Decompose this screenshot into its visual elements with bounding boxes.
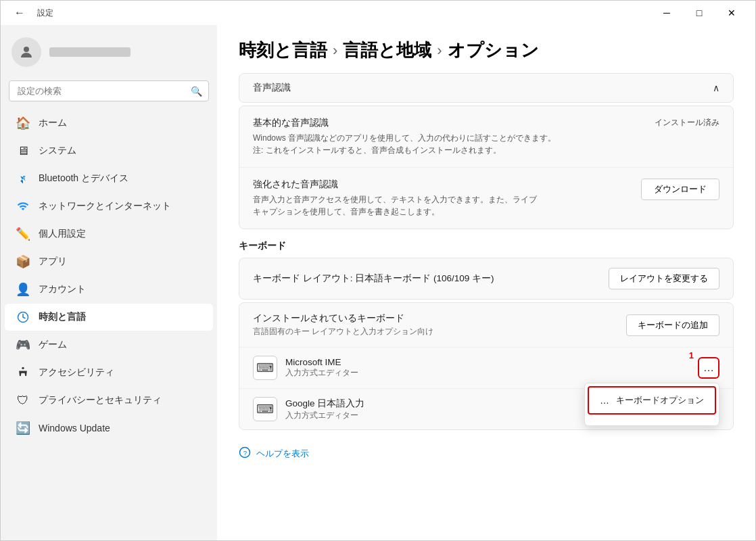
- keyboard-layout-left: キーボード レイアウト: 日本語キーボード (106/109 キー): [253, 273, 598, 285]
- sidebar-item-label: アプリ: [39, 256, 67, 268]
- sidebar-item-system[interactable]: 🖥 システム: [5, 137, 213, 164]
- title-bar: ← 設定 ─ □ ✕: [1, 1, 755, 25]
- sidebar-item-network[interactable]: ネットワークとインターネット: [5, 193, 213, 220]
- basic-speech-desc: Windows 音声認識などのアプリを使用して、入力の代わりに話すことができます…: [253, 132, 625, 156]
- ime-dropdown: … キーボードオプション 🗑 削除: [584, 383, 719, 426]
- speech-collapsed-header[interactable]: 音声認識 ∧: [239, 73, 734, 103]
- keyboard-option-label: キーボードオプション: [616, 394, 704, 406]
- sidebar-item-home[interactable]: 🏠 ホーム: [5, 110, 213, 137]
- installed-keyboards-header: インストールされているキーボード 言語固有のキー レイアウトと入力オプション向け…: [239, 303, 733, 348]
- sidebar-item-label: アクセシビリティ: [39, 367, 114, 379]
- sidebar-item-update[interactable]: 🔄 Windows Update: [5, 415, 213, 442]
- sidebar-item-label: ゲーム: [39, 339, 67, 351]
- bluetooth-icon: [16, 171, 30, 186]
- ime-type-microsoft: 入力方式エディター: [285, 367, 358, 379]
- installed-keyboards-left: インストールされているキーボード 言語固有のキー レイアウトと入力オプション向け: [253, 312, 615, 337]
- window-controls: ─ □ ✕: [651, 3, 747, 23]
- apps-icon: 📦: [16, 254, 30, 269]
- personal-icon: ✏️: [16, 227, 30, 241]
- breadcrumb-1: 時刻と言語: [239, 39, 327, 62]
- ime-item-text: Microsoft IME 入力方式エディター: [285, 357, 358, 379]
- main-content: 時刻と言語 › 言語と地域 › オプション 音声認識 ∧ 基本的な音声認識: [217, 25, 755, 540]
- sidebar: 🔍 🏠 ホーム 🖥 システム Bluetooth とデバイス ネット: [1, 25, 217, 540]
- back-button[interactable]: ←: [9, 2, 30, 24]
- keyboard-layout-card: キーボード レイアウト: 日本語キーボード (106/109 キー) レイアウト…: [239, 258, 734, 300]
- page-header: 時刻と言語 › 言語と地域 › オプション: [217, 25, 755, 73]
- basic-speech-title: 基本的な音声認識: [253, 117, 641, 129]
- svg-point-0: [24, 47, 29, 52]
- minimize-button[interactable]: ─: [651, 3, 682, 23]
- download-button[interactable]: ダウンロード: [641, 179, 719, 200]
- sidebar-item-personal[interactable]: ✏️ 個人用設定: [5, 220, 213, 248]
- avatar: [11, 37, 41, 67]
- sidebar-item-apps[interactable]: 📦 アプリ: [5, 248, 213, 275]
- delete-item[interactable]: 🗑 削除: [585, 417, 719, 426]
- breadcrumb-sep-1: ›: [333, 42, 337, 60]
- search-box: 🔍: [9, 80, 209, 101]
- sidebar-item-privacy[interactable]: 🛡 プライバシーとセキュリティ: [5, 387, 213, 414]
- breadcrumb-2: 言語と地域: [343, 39, 431, 62]
- basic-speech-item: 基本的な音声認識 Windows 音声認識などのアプリを使用して、入力の代わりに…: [239, 106, 733, 168]
- sidebar-item-accessibility[interactable]: アクセシビリティ: [5, 359, 213, 386]
- delete-icon: 🗑: [596, 425, 605, 427]
- ime-google-text: Google 日本語入力 入力方式エディター: [285, 398, 364, 421]
- installed-keyboards-title: インストールされているキーボード: [253, 312, 615, 325]
- enhanced-speech-action: ダウンロード: [641, 179, 719, 200]
- keyboard-layout-row: キーボード レイアウト: 日本語キーボード (106/109 キー) レイアウト…: [239, 258, 733, 299]
- change-layout-button[interactable]: レイアウトを変更する: [609, 268, 719, 289]
- keyboard-layout-action: レイアウトを変更する: [609, 268, 719, 289]
- red-label-1: 1: [689, 350, 694, 360]
- sidebar-item-label: 時刻と言語: [39, 311, 86, 323]
- sidebar-item-label: ホーム: [39, 117, 67, 129]
- ime-item-left: ⌨ Microsoft IME 入力方式エディター: [253, 356, 358, 380]
- network-icon: [16, 199, 30, 214]
- content-area: 🔍 🏠 ホーム 🖥 システム Bluetooth とデバイス ネット: [1, 25, 755, 540]
- installed-keyboards-action: キーボードの追加: [626, 314, 719, 336]
- title-bar-left: ← 設定: [9, 2, 53, 24]
- keyboard-option-item[interactable]: … キーボードオプション: [588, 386, 716, 415]
- sidebar-item-bluetooth[interactable]: Bluetooth とデバイス: [5, 165, 213, 192]
- speech-card: 基本的な音声認識 Windows 音声認識などのアプリを使用して、入力の代わりに…: [239, 105, 734, 229]
- search-input[interactable]: [9, 80, 209, 101]
- breadcrumb-current: オプション: [448, 39, 539, 62]
- ime-more-button-microsoft[interactable]: …: [698, 357, 719, 379]
- gaming-icon: 🎮: [16, 337, 30, 352]
- update-icon: 🔄: [16, 421, 30, 436]
- ime-type-google: 入力方式エディター: [285, 410, 364, 421]
- close-button[interactable]: ✕: [716, 3, 747, 23]
- svg-text:?: ?: [243, 449, 247, 456]
- delete-label: 削除: [611, 424, 629, 426]
- sidebar-item-label: ネットワークとインターネット: [39, 200, 171, 212]
- keyboard-layout-title: キーボード レイアウト: 日本語キーボード (106/109 キー): [253, 273, 598, 285]
- basic-speech-action: インストール済み: [655, 117, 719, 128]
- ime-name-google: Google 日本語入力: [285, 398, 364, 410]
- breadcrumb-sep-2: ›: [437, 42, 442, 60]
- user-name: [49, 47, 131, 57]
- keyboard-option-icon: …: [600, 395, 609, 406]
- sidebar-item-gaming[interactable]: 🎮 ゲーム: [5, 331, 213, 358]
- keyboard-section-title: キーボード: [239, 240, 734, 252]
- window-title: 設定: [37, 7, 53, 19]
- enhanced-speech-desc: 音声入力と音声アクセスを使用して、テキストを入力できます。また、ライブキャプショ…: [253, 193, 625, 218]
- sidebar-item-label: Windows Update: [39, 423, 110, 433]
- help-footer[interactable]: ? ヘルプを表示: [217, 433, 755, 474]
- datetime-icon: [16, 310, 30, 325]
- collapsed-label: 音声認識: [253, 82, 291, 94]
- sidebar-item-label: プライバシーとセキュリティ: [39, 394, 162, 406]
- accessibility-icon: [16, 365, 30, 380]
- ime-icon-google: ⌨: [253, 397, 277, 421]
- ime-icon-microsoft: ⌨: [253, 356, 277, 380]
- sidebar-item-accounts[interactable]: 👤 アカウント: [5, 276, 213, 303]
- ime-item-microsoft: ⌨ Microsoft IME 入力方式エディター 1 …: [239, 348, 733, 389]
- chevron-up-icon: ∧: [713, 83, 719, 93]
- sidebar-header: [1, 32, 217, 75]
- sidebar-item-label: システム: [39, 145, 76, 157]
- sidebar-item-label: アカウント: [39, 283, 86, 296]
- sidebar-item-datetime[interactable]: 時刻と言語: [5, 304, 213, 331]
- add-keyboard-button[interactable]: キーボードの追加: [626, 314, 719, 336]
- enhanced-speech-title: 強化された音声認識: [253, 179, 628, 191]
- home-icon: 🏠: [16, 116, 30, 131]
- help-text: ヘルプを表示: [256, 448, 309, 460]
- maximize-button[interactable]: □: [684, 3, 715, 23]
- more-icon: …: [703, 362, 714, 374]
